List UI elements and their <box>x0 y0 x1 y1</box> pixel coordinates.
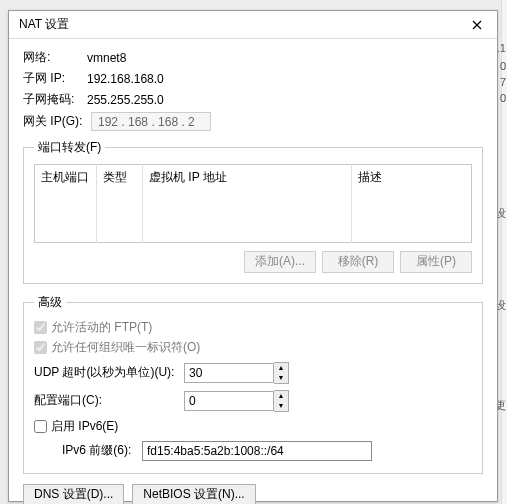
bg-text: 0 <box>500 92 506 104</box>
config-port-input[interactable] <box>184 391 274 411</box>
subnet-ip-label: 子网 IP: <box>23 70 87 87</box>
background-edge: .1 0 7 0 设 设 更 <box>501 0 507 504</box>
udp-timeout-up[interactable]: ▲ <box>274 363 288 373</box>
properties-button: 属性(P) <box>400 251 472 273</box>
bg-text: .1 <box>497 42 506 54</box>
close-button[interactable] <box>463 15 491 35</box>
allow-org-id-label: 允许任何组织唯一标识符(O) <box>51 339 200 356</box>
allow-active-ftp-label: 允许活动的 FTP(T) <box>51 319 152 336</box>
ipv6-prefix-input[interactable] <box>142 441 372 461</box>
udp-timeout-label: UDP 超时(以秒为单位)(U): <box>34 364 184 381</box>
allow-org-id-checkbox[interactable]: 允许任何组织唯一标识符(O) <box>34 339 472 356</box>
nat-settings-window: NAT 设置 网络: vmnet8 子网 IP: 192.168.168.0 子… <box>8 10 498 502</box>
allow-active-ftp-checkbox[interactable]: 允许活动的 FTP(T) <box>34 319 472 336</box>
bg-text: 0 <box>500 60 506 72</box>
bg-text: 7 <box>500 76 506 88</box>
gateway-label: 网关 IP(G): <box>23 113 91 130</box>
col-vm-ip[interactable]: 虚拟机 IP 地址 <box>143 165 352 191</box>
subnet-mask-value: 255.255.255.0 <box>87 93 164 107</box>
network-value: vmnet8 <box>87 51 126 65</box>
add-button: 添加(A)... <box>244 251 316 273</box>
udp-timeout-down[interactable]: ▼ <box>274 373 288 383</box>
network-label: 网络: <box>23 49 87 66</box>
window-title: NAT 设置 <box>19 16 69 33</box>
port-forwarding-table[interactable]: 主机端口 类型 虚拟机 IP 地址 描述 <box>34 164 472 243</box>
col-host-port[interactable]: 主机端口 <box>35 165 97 191</box>
allow-active-ftp-input[interactable] <box>34 321 47 334</box>
advanced-legend: 高级 <box>34 294 66 311</box>
netbios-settings-button[interactable]: NetBIOS 设置(N)... <box>132 484 255 505</box>
port-forwarding-group: 端口转发(F) 主机端口 类型 虚拟机 IP 地址 描述 添加(A)... 移除… <box>23 139 483 284</box>
config-port-up[interactable]: ▲ <box>274 391 288 401</box>
col-desc[interactable]: 描述 <box>352 165 472 191</box>
ipv6-prefix-label: IPv6 前缀(6): <box>62 442 142 459</box>
remove-button: 移除(R) <box>322 251 394 273</box>
col-type[interactable]: 类型 <box>97 165 143 191</box>
enable-ipv6-input[interactable] <box>34 420 47 433</box>
config-port-down[interactable]: ▼ <box>274 401 288 411</box>
titlebar: NAT 设置 <box>9 11 497 39</box>
advanced-group: 高级 允许活动的 FTP(T) 允许任何组织唯一标识符(O) UDP 超时(以秒… <box>23 294 483 474</box>
table-row <box>35 190 472 242</box>
enable-ipv6-checkbox[interactable]: 启用 IPv6(E) <box>34 418 472 435</box>
subnet-ip-value: 192.168.168.0 <box>87 72 164 86</box>
enable-ipv6-label: 启用 IPv6(E) <box>51 418 118 435</box>
subnet-mask-label: 子网掩码: <box>23 91 87 108</box>
close-icon <box>472 20 482 30</box>
allow-org-id-input[interactable] <box>34 341 47 354</box>
gateway-ip-field[interactable]: 192 . 168 . 168 . 2 <box>91 112 211 131</box>
dns-settings-button[interactable]: DNS 设置(D)... <box>23 484 124 505</box>
port-forwarding-legend: 端口转发(F) <box>34 139 105 156</box>
config-port-label: 配置端口(C): <box>34 392 184 409</box>
udp-timeout-input[interactable] <box>184 363 274 383</box>
